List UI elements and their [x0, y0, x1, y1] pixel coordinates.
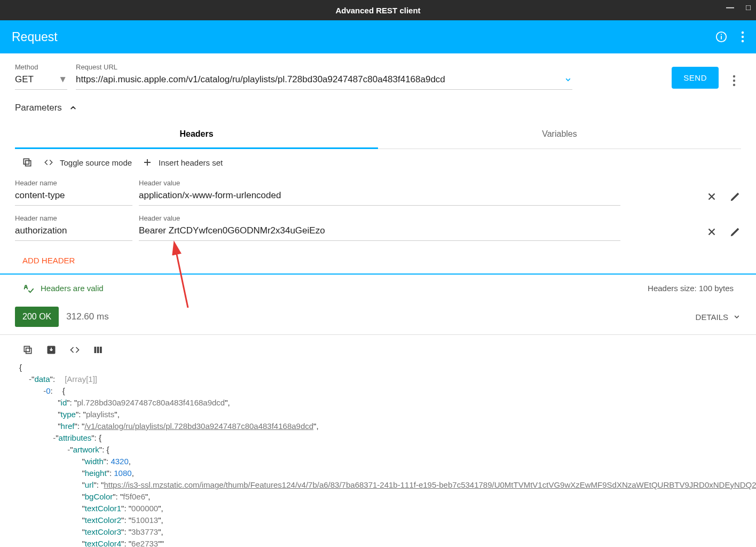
copy-icon[interactable]	[21, 343, 34, 356]
code-icon[interactable]	[68, 343, 81, 356]
parameters-label: Parameters	[15, 103, 62, 113]
edit-icon[interactable]	[729, 191, 741, 202]
chevron-up-icon	[68, 103, 78, 113]
page-title: Request	[12, 30, 58, 44]
details-label: DETAILS	[696, 312, 728, 322]
parameter-tabs: Headers Variables	[15, 121, 741, 149]
send-button[interactable]: SEND	[672, 67, 719, 89]
columns-icon[interactable]	[92, 343, 105, 356]
copy-icon[interactable]	[21, 157, 33, 168]
close-icon[interactable]	[706, 226, 718, 238]
header-value-input[interactable]: application/x-www-form-urlencoded	[139, 190, 620, 206]
header-row: Header name content-type Header value ap…	[0, 176, 756, 211]
header-row: Header name authorization Header value B…	[0, 211, 756, 246]
toggle-source-mode[interactable]: Toggle source mode	[43, 157, 132, 168]
status-badge: 200 OK	[15, 307, 59, 327]
header-name-label: Header name	[15, 179, 132, 187]
header-name-input[interactable]: content-type	[15, 190, 132, 206]
minimize-icon[interactable]: —	[726, 3, 734, 11]
edit-icon[interactable]	[729, 226, 741, 238]
plus-icon	[141, 157, 153, 168]
spellcheck-icon	[22, 282, 34, 294]
svg-rect-14	[94, 347, 97, 353]
svg-point-6	[733, 75, 735, 77]
url-input[interactable]: https://api.music.apple.com/v1/catalog/r…	[76, 74, 572, 90]
svg-rect-1	[721, 36, 722, 39]
request-bar: Method GET ▼ Request URL https://api.mus…	[0, 53, 756, 90]
app-header: Request	[0, 20, 756, 53]
header-name-label: Header name	[15, 214, 132, 222]
method-select[interactable]: GET ▼	[15, 74, 67, 90]
svg-point-5	[742, 40, 744, 42]
code-icon	[43, 157, 54, 168]
svg-point-4	[742, 36, 744, 38]
header-name-input[interactable]: authorization	[15, 225, 132, 241]
chevron-down-icon	[733, 312, 741, 321]
svg-rect-2	[721, 34, 722, 35]
response-body[interactable]: { -"data": [Array[1]] -0: { "id": "pl.72…	[0, 360, 756, 547]
window-title: Advanced REST client	[335, 6, 420, 15]
insert-headers-label: Insert headers set	[159, 158, 223, 167]
download-icon[interactable]	[45, 343, 58, 356]
details-toggle[interactable]: DETAILS	[696, 312, 741, 322]
request-menu-icon[interactable]	[727, 75, 741, 87]
headers-toolbar: Toggle source mode Insert headers set	[0, 149, 756, 176]
headers-valid-text: Headers are valid	[41, 284, 104, 293]
method-label: Method	[15, 63, 67, 71]
maximize-icon[interactable]: □	[746, 3, 751, 11]
tab-variables[interactable]: Variables	[378, 121, 741, 149]
menu-dots-icon[interactable]	[741, 31, 744, 43]
tab-headers[interactable]: Headers	[15, 121, 378, 149]
parameters-toggle[interactable]: Parameters	[0, 90, 756, 121]
method-value: GET	[15, 74, 34, 85]
svg-point-3	[742, 32, 744, 34]
close-icon[interactable]	[706, 191, 718, 202]
response-toolbar	[0, 335, 756, 360]
insert-headers-set[interactable]: Insert headers set	[141, 157, 223, 168]
toggle-source-label: Toggle source mode	[60, 158, 132, 167]
headers-size-text: Headers size: 100 bytes	[648, 284, 734, 293]
headers-valid-row: Headers are valid Headers size: 100 byte…	[0, 275, 756, 301]
info-icon[interactable]	[715, 31, 727, 43]
svg-rect-12	[24, 346, 29, 351]
svg-rect-10	[23, 159, 29, 164]
url-label: Request URL	[76, 63, 663, 71]
url-value: https://api.music.apple.com/v1/catalog/r…	[76, 74, 564, 85]
header-value-label: Header value	[139, 214, 620, 222]
window-controls: — □	[726, 3, 751, 11]
timing-text: 312.60 ms	[66, 311, 108, 322]
status-row: 200 OK 312.60 ms DETAILS	[0, 301, 756, 335]
header-value-label: Header value	[139, 179, 620, 187]
svg-rect-9	[26, 161, 31, 166]
svg-rect-15	[97, 347, 99, 353]
chevron-down-icon[interactable]	[564, 75, 572, 84]
os-titlebar: Advanced REST client — □	[0, 0, 756, 20]
header-value-input[interactable]: Bearer ZrtCDYwfcen0G6ODNMr2x34uGeiEzo	[139, 225, 620, 241]
add-header-button[interactable]: ADD HEADER	[0, 246, 756, 275]
svg-rect-16	[100, 347, 102, 353]
svg-rect-11	[26, 348, 32, 354]
svg-point-8	[733, 84, 735, 86]
svg-point-7	[733, 80, 735, 82]
caret-down-icon: ▼	[58, 74, 67, 85]
